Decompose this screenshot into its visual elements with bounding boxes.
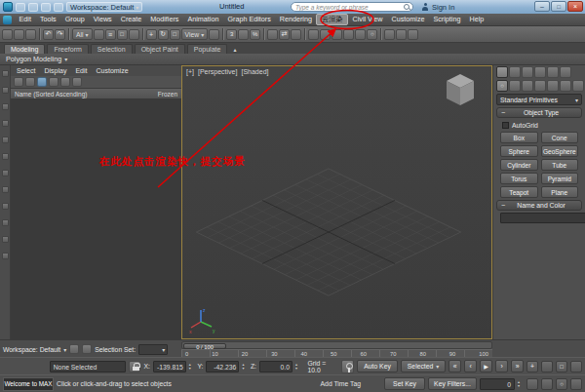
current-frame-field[interactable]: 0 bbox=[480, 378, 515, 390]
percent-snap-icon[interactable] bbox=[250, 29, 260, 40]
menu-item-scripting[interactable]: Scripting bbox=[429, 14, 465, 25]
ribbon-toggle-icon[interactable] bbox=[332, 29, 342, 40]
dock-toolbar-icon[interactable] bbox=[2, 103, 9, 110]
schematic-view-icon[interactable] bbox=[355, 29, 366, 40]
viewport-general-menu[interactable]: [+] bbox=[186, 68, 194, 75]
undo-icon[interactable] bbox=[43, 29, 54, 40]
spinner-icon[interactable] bbox=[242, 361, 248, 372]
explorer-toolbar-icon[interactable] bbox=[14, 77, 23, 87]
angle-snap-icon[interactable] bbox=[238, 29, 249, 40]
menu-item-animation[interactable]: Animation bbox=[183, 14, 223, 25]
tab-display-icon[interactable] bbox=[547, 66, 559, 78]
maxscript-mini-listener[interactable]: Welcome to MAX bbox=[3, 377, 54, 391]
primitive-torus-button[interactable]: Torus bbox=[500, 173, 538, 184]
tab-freeform[interactable]: Freeform bbox=[47, 44, 88, 54]
app-logo-icon[interactable] bbox=[3, 2, 13, 12]
redo-quick-button[interactable] bbox=[41, 3, 51, 12]
align-icon[interactable] bbox=[291, 29, 301, 40]
select-and-move-icon[interactable] bbox=[146, 29, 157, 40]
primitive-tube-button[interactable]: Tube bbox=[541, 159, 579, 171]
z-coordinate-field[interactable]: 0.0 bbox=[259, 361, 292, 372]
primitive-box-button[interactable]: Box bbox=[500, 132, 538, 143]
primitive-cylinder-button[interactable]: Cylinder bbox=[500, 159, 538, 171]
selection-set-dropdown[interactable] bbox=[138, 344, 168, 355]
bind-to-spacewarp-icon[interactable] bbox=[25, 29, 36, 40]
menu-item-graph-editors[interactable]: Graph Editors bbox=[223, 14, 275, 25]
explorer-menu-edit[interactable]: Edit bbox=[75, 67, 87, 74]
primitive-sphere-button[interactable]: Sphere bbox=[500, 145, 538, 157]
primitive-pyramid-button[interactable]: Pyramid bbox=[541, 173, 579, 184]
select-and-rotate-icon[interactable] bbox=[158, 29, 169, 40]
window-crossing-icon[interactable] bbox=[129, 29, 139, 40]
tab-object-paint[interactable]: Object Paint bbox=[135, 44, 185, 54]
explorer-toolbar-icon[interactable] bbox=[49, 77, 58, 87]
render-production-icon[interactable] bbox=[408, 29, 418, 40]
selection-region-icon[interactable] bbox=[117, 29, 128, 40]
dock-toolbar-icon[interactable] bbox=[2, 253, 9, 259]
category-helpers-icon[interactable] bbox=[547, 80, 559, 92]
spinner-icon[interactable] bbox=[295, 361, 301, 372]
category-cameras-icon[interactable] bbox=[534, 80, 546, 92]
primitive-plane-button[interactable]: Plane bbox=[541, 186, 579, 198]
sign-in-button[interactable]: Sign In bbox=[421, 2, 454, 12]
save-button[interactable] bbox=[16, 3, 25, 12]
dock-toolbar-icon[interactable] bbox=[2, 203, 9, 210]
time-slider-handle[interactable]: 0 / 100 bbox=[183, 343, 226, 349]
snap-toggle-icon[interactable] bbox=[226, 29, 237, 40]
selected-set-dropdown[interactable]: Selected bbox=[401, 360, 446, 372]
tab-utilities-icon[interactable] bbox=[560, 66, 571, 78]
explorer-menu-select[interactable]: Select bbox=[17, 67, 35, 74]
menu-item-edit[interactable]: Edit bbox=[15, 14, 35, 25]
selection-filter-dropdown[interactable]: All bbox=[72, 28, 93, 40]
menu-item-create[interactable]: Create bbox=[116, 14, 146, 25]
bottom-toolbar-icon[interactable] bbox=[69, 344, 79, 354]
explorer-menu-display[interactable]: Display bbox=[44, 67, 66, 74]
play-button[interactable] bbox=[480, 360, 492, 372]
select-and-scale-icon[interactable] bbox=[170, 29, 180, 40]
scene-explorer-list[interactable] bbox=[11, 99, 181, 339]
primitive-teapot-button[interactable]: Teapot bbox=[500, 186, 538, 198]
maximize-viewport-icon[interactable] bbox=[570, 378, 582, 390]
material-editor-icon[interactable] bbox=[367, 29, 377, 40]
spinner-icon[interactable] bbox=[518, 378, 524, 390]
dock-toolbar-icon[interactable] bbox=[2, 137, 9, 143]
viewcube[interactable] bbox=[439, 70, 482, 113]
polygon-modeling-dropdown[interactable]: Polygon Modeling bbox=[6, 55, 61, 63]
tab-selection[interactable]: Selection bbox=[91, 44, 133, 54]
key-filters-button[interactable]: Key Filters... bbox=[428, 377, 477, 390]
mirror-icon[interactable] bbox=[279, 29, 290, 40]
ribbon-collapse-icon[interactable] bbox=[233, 45, 236, 54]
menu-item-cloud-render[interactable]: 云渲染 bbox=[316, 14, 348, 25]
dock-toolbar-icon[interactable] bbox=[2, 120, 9, 127]
viewport-pov-menu[interactable]: [Perspective] bbox=[198, 68, 237, 75]
zoom-icon[interactable] bbox=[526, 361, 538, 372]
object-name-input[interactable] bbox=[500, 213, 585, 223]
curve-editor-icon[interactable] bbox=[343, 29, 354, 40]
category-lights-icon[interactable] bbox=[522, 80, 533, 92]
menu-item-views[interactable]: Views bbox=[89, 14, 116, 25]
search-icon[interactable] bbox=[404, 4, 411, 12]
redo-icon[interactable] bbox=[55, 29, 65, 40]
render-setup-icon[interactable] bbox=[384, 29, 395, 40]
dock-toolbar-icon[interactable] bbox=[2, 186, 9, 193]
go-to-start-button[interactable] bbox=[448, 360, 461, 372]
select-and-link-icon[interactable] bbox=[2, 29, 13, 40]
explorer-toolbar-icon[interactable] bbox=[37, 77, 47, 87]
dock-toolbar-icon[interactable] bbox=[2, 170, 9, 176]
search-input[interactable] bbox=[291, 2, 413, 12]
rendered-frame-icon[interactable] bbox=[396, 29, 407, 40]
menu-item-tools[interactable]: Tools bbox=[35, 14, 60, 25]
category-spacewarps-icon[interactable] bbox=[560, 80, 571, 92]
previous-frame-button[interactable] bbox=[464, 360, 477, 372]
name-color-rollout-header[interactable]: Name and Color bbox=[496, 200, 582, 211]
primitives-category-dropdown[interactable]: Standard Primitives bbox=[496, 94, 582, 105]
explorer-toolbar-icon[interactable] bbox=[72, 77, 82, 87]
dock-toolbar-icon[interactable] bbox=[2, 236, 9, 243]
close-button[interactable] bbox=[567, 1, 583, 12]
set-key-button[interactable]: Set Key bbox=[384, 377, 425, 390]
menu-item-rendering[interactable]: Rendering bbox=[275, 14, 316, 25]
project-folder-button[interactable] bbox=[54, 3, 63, 12]
scene-explorer-toggle-icon[interactable] bbox=[308, 29, 319, 40]
next-frame-button[interactable] bbox=[495, 360, 508, 372]
auto-key-button[interactable]: Auto Key bbox=[357, 360, 398, 372]
